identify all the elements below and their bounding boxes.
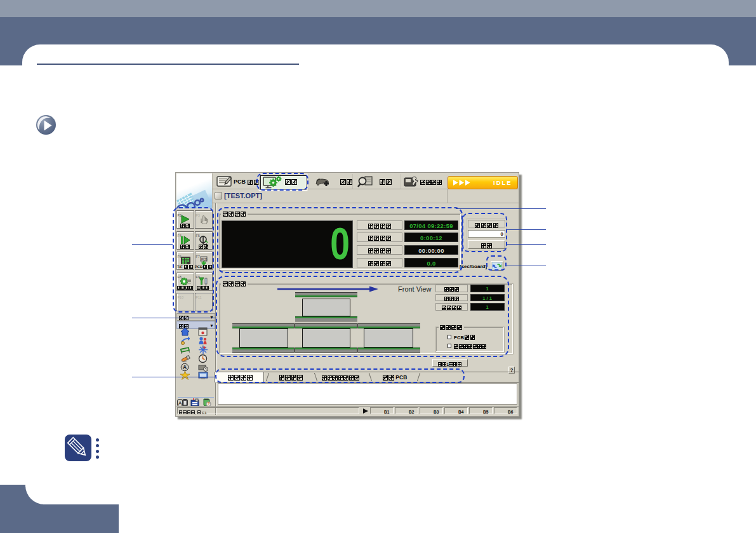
svg-text:A: A [178, 400, 182, 406]
svg-text:A: A [183, 364, 187, 370]
